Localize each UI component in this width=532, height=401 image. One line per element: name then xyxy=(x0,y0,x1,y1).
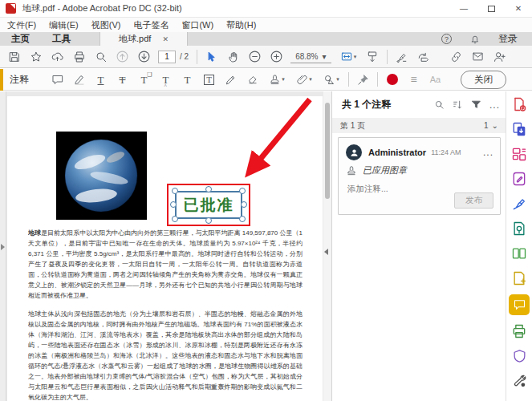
underline-text-icon[interactable]: T xyxy=(90,71,112,89)
color-swatch-icon[interactable] xyxy=(381,71,403,89)
certificates-icon[interactable] xyxy=(510,220,529,237)
selection-handle[interactable] xyxy=(170,201,177,208)
comment-author: Administrator xyxy=(368,148,426,157)
add-text-comment-icon[interactable]: T xyxy=(177,71,198,89)
stamp-icon[interactable]: ▾ xyxy=(263,71,290,89)
panel-options-icon[interactable]: ... xyxy=(489,99,500,111)
send-for-review-icon[interactable] xyxy=(412,47,434,67)
publish-button[interactable]: 发布 xyxy=(454,192,493,209)
vertical-scrollbar[interactable] xyxy=(323,91,331,401)
edit-pdf-icon[interactable] xyxy=(510,170,529,188)
selection-handle[interactable] xyxy=(241,201,247,208)
keep-tool-pin-icon[interactable] xyxy=(352,71,374,89)
close-button[interactable]: ✕ xyxy=(505,0,532,18)
comments-panel: 共 1 个注释 ... 第 1 页 1 ⌄ xyxy=(331,91,506,401)
sort-comments-icon[interactable] xyxy=(453,99,463,110)
sign-pen-icon[interactable] xyxy=(391,47,412,67)
draw-pencil-icon[interactable] xyxy=(220,71,242,89)
sticky-note-icon[interactable] xyxy=(47,71,68,89)
fit-width-icon[interactable]: ▾ xyxy=(335,47,362,67)
selection-handle[interactable] xyxy=(239,188,246,194)
comment-tool-icon[interactable] xyxy=(509,294,530,315)
navigation-pane-collapsed[interactable] xyxy=(0,91,6,401)
selection-handle[interactable] xyxy=(172,216,178,222)
print-production-icon[interactable] xyxy=(510,322,529,340)
tab-tools[interactable]: 工具 xyxy=(41,32,82,46)
menu-esign[interactable]: 电子签名 xyxy=(133,19,169,31)
page-section-label: 第 1 页 xyxy=(340,120,365,132)
print-icon[interactable] xyxy=(68,47,90,67)
page-section-bar: 第 1 页 1 ⌄ xyxy=(332,118,506,133)
selection-handle[interactable] xyxy=(239,216,246,222)
maximize-button[interactable] xyxy=(477,0,505,18)
chevron-down-icon: ▾ xyxy=(322,52,326,61)
comment-options-icon[interactable]: ... xyxy=(483,147,493,158)
drawing-shapes-icon[interactable]: ▾ xyxy=(318,71,345,89)
star-favorite-icon[interactable] xyxy=(25,47,47,67)
acrobat-file-icon xyxy=(6,3,16,14)
enhance-scans-icon[interactable] xyxy=(510,269,529,287)
menu-view[interactable]: 视图(V) xyxy=(91,19,121,31)
menu-edit[interactable]: 编辑(E) xyxy=(49,19,79,31)
strikethrough-text-icon[interactable]: T xyxy=(112,71,133,89)
filter-comments-icon[interactable] xyxy=(471,99,481,110)
menu-window[interactable]: 窗口(W) xyxy=(181,19,213,31)
selection-handle[interactable] xyxy=(172,188,178,194)
combine-files-icon[interactable] xyxy=(510,145,529,163)
selection-handle[interactable] xyxy=(205,217,212,224)
hand-tool-icon[interactable] xyxy=(222,47,244,67)
attachment-icon[interactable]: ▾ xyxy=(290,71,318,89)
help-icon[interactable]: ? xyxy=(441,34,452,44)
approved-stamp[interactable]: 已批准 xyxy=(175,191,242,219)
eraser-icon[interactable] xyxy=(242,71,263,89)
sign-in-button[interactable]: 登录 xyxy=(498,32,518,46)
save-icon[interactable] xyxy=(3,47,25,67)
avatar xyxy=(346,144,362,160)
search-icon[interactable] xyxy=(90,47,112,67)
fill-sign-icon[interactable] xyxy=(510,195,529,213)
replace-text-icon[interactable]: T❑ xyxy=(133,71,155,89)
comment-card[interactable]: Administrator 11:24 AM ... 已应用图章 添加注释...… xyxy=(338,137,501,215)
stamp-icon xyxy=(346,165,357,176)
stamp-annotation-highlight[interactable]: 已批准 xyxy=(167,184,250,226)
close-comment-toolbar-button[interactable]: 关闭 xyxy=(461,71,506,89)
tab-home[interactable]: 主页 xyxy=(0,32,41,46)
search-comments-icon[interactable] xyxy=(434,99,445,110)
share-cloud-icon[interactable] xyxy=(47,47,68,67)
text-properties-icon[interactable]: Aa xyxy=(424,71,446,89)
scrolling-mode-icon[interactable] xyxy=(362,47,384,67)
menu-file[interactable]: 文件(F) xyxy=(7,19,36,31)
main-toolbar: / 2 68.8% ▾ ▾ xyxy=(0,46,532,68)
pdf-page: 已批准 地球是目前太阳系中以太阳为中心由内向外的第三颗行星，与太阳平均距离 14… xyxy=(7,96,323,401)
page-number-input[interactable] xyxy=(158,51,176,63)
organize-pages-icon[interactable] xyxy=(510,245,529,262)
tab-close-icon[interactable]: ✕ xyxy=(162,35,169,43)
stamp-applied-label: 已应用图章 xyxy=(363,164,407,176)
menu-help[interactable]: 帮助(H) xyxy=(226,19,256,31)
collapse-panel-icon[interactable] xyxy=(324,249,328,255)
next-page-icon[interactable] xyxy=(133,47,155,67)
protect-icon[interactable] xyxy=(510,347,529,365)
tab-document[interactable]: 地球.pdf ✕ xyxy=(99,32,188,46)
insert-text-icon[interactable]: T^ xyxy=(155,71,177,89)
highlight-text-icon[interactable] xyxy=(68,71,90,89)
more-tools-icon[interactable] xyxy=(510,372,529,390)
minimize-button[interactable]: — xyxy=(450,0,477,18)
share-link-icon[interactable] xyxy=(445,47,467,67)
zoom-in-icon[interactable] xyxy=(266,47,287,67)
notifications-bell-icon[interactable] xyxy=(469,34,481,45)
expand-nav-icon[interactable] xyxy=(1,244,5,250)
previous-page-icon[interactable] xyxy=(112,47,133,67)
zoom-level-dropdown[interactable]: 68.8% ▾ xyxy=(290,51,331,63)
page-section-dropdown[interactable]: 1 ⌄ xyxy=(484,121,498,130)
email-icon[interactable] xyxy=(467,47,489,67)
selection-handle[interactable] xyxy=(205,186,212,192)
text-box-icon[interactable]: T xyxy=(198,71,220,89)
export-pdf-icon[interactable] xyxy=(510,95,529,113)
line-thickness-icon[interactable]: ≡ xyxy=(403,71,424,89)
create-pdf-icon[interactable] xyxy=(510,120,529,138)
zoom-out-icon[interactable] xyxy=(244,47,266,67)
scrollbar-thumb[interactable] xyxy=(325,103,330,199)
select-tool-icon[interactable] xyxy=(201,47,222,67)
add-user-icon[interactable] xyxy=(489,47,510,67)
